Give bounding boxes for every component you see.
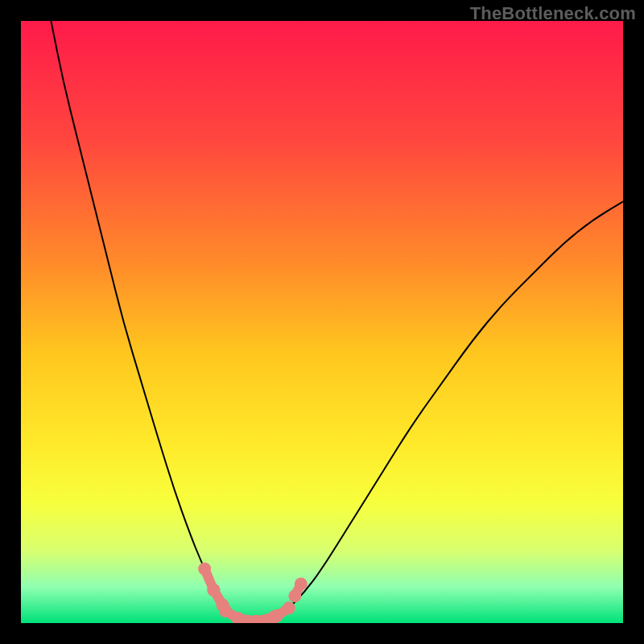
marker-dot (288, 589, 301, 602)
marker-dot (219, 605, 232, 617)
chart-frame: TheBottleneck.com (0, 0, 644, 644)
marker-dot (198, 563, 211, 576)
marker-dot (207, 584, 220, 597)
attribution-label: TheBottleneck.com (470, 3, 636, 24)
bottleneck-curve-plot (21, 21, 623, 623)
marker-dot (270, 609, 283, 622)
gradient-background (21, 21, 623, 623)
marker-dot (295, 577, 308, 590)
marker-dot (283, 601, 295, 614)
